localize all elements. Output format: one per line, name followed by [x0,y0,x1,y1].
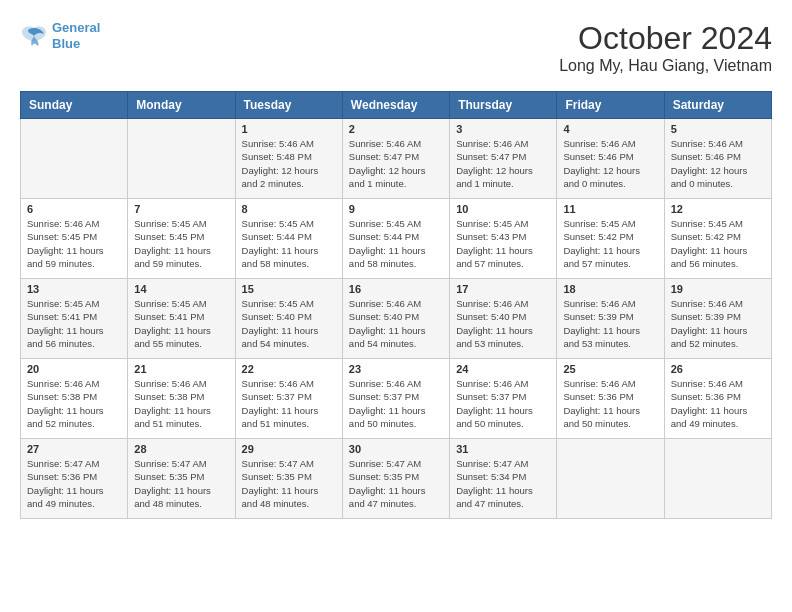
day-number: 31 [456,443,550,455]
day-info: Sunrise: 5:46 AM Sunset: 5:37 PM Dayligh… [349,377,443,430]
location-title: Long My, Hau Giang, Vietnam [559,57,772,75]
page-header: General Blue October 2024 Long My, Hau G… [20,20,772,75]
day-header-saturday: Saturday [664,92,771,119]
day-number: 9 [349,203,443,215]
day-number: 7 [134,203,228,215]
day-number: 30 [349,443,443,455]
day-number: 5 [671,123,765,135]
calendar-week-row: 20Sunrise: 5:46 AM Sunset: 5:38 PM Dayli… [21,359,772,439]
calendar-cell: 17Sunrise: 5:46 AM Sunset: 5:40 PM Dayli… [450,279,557,359]
calendar-cell: 9Sunrise: 5:45 AM Sunset: 5:44 PM Daylig… [342,199,449,279]
calendar-cell: 11Sunrise: 5:45 AM Sunset: 5:42 PM Dayli… [557,199,664,279]
calendar-cell: 6Sunrise: 5:46 AM Sunset: 5:45 PM Daylig… [21,199,128,279]
calendar-cell: 31Sunrise: 5:47 AM Sunset: 5:34 PM Dayli… [450,439,557,519]
calendar-cell: 13Sunrise: 5:45 AM Sunset: 5:41 PM Dayli… [21,279,128,359]
calendar-cell: 1Sunrise: 5:46 AM Sunset: 5:48 PM Daylig… [235,119,342,199]
day-info: Sunrise: 5:45 AM Sunset: 5:41 PM Dayligh… [27,297,121,350]
day-number: 12 [671,203,765,215]
day-number: 20 [27,363,121,375]
day-number: 22 [242,363,336,375]
calendar-week-row: 1Sunrise: 5:46 AM Sunset: 5:48 PM Daylig… [21,119,772,199]
day-number: 18 [563,283,657,295]
day-header-thursday: Thursday [450,92,557,119]
day-number: 23 [349,363,443,375]
calendar-cell: 8Sunrise: 5:45 AM Sunset: 5:44 PM Daylig… [235,199,342,279]
day-info: Sunrise: 5:46 AM Sunset: 5:48 PM Dayligh… [242,137,336,190]
day-info: Sunrise: 5:45 AM Sunset: 5:41 PM Dayligh… [134,297,228,350]
calendar-week-row: 27Sunrise: 5:47 AM Sunset: 5:36 PM Dayli… [21,439,772,519]
day-info: Sunrise: 5:46 AM Sunset: 5:36 PM Dayligh… [671,377,765,430]
calendar-cell: 10Sunrise: 5:45 AM Sunset: 5:43 PM Dayli… [450,199,557,279]
day-info: Sunrise: 5:46 AM Sunset: 5:47 PM Dayligh… [349,137,443,190]
calendar-cell: 3Sunrise: 5:46 AM Sunset: 5:47 PM Daylig… [450,119,557,199]
title-section: October 2024 Long My, Hau Giang, Vietnam [559,20,772,75]
calendar-cell: 16Sunrise: 5:46 AM Sunset: 5:40 PM Dayli… [342,279,449,359]
day-info: Sunrise: 5:47 AM Sunset: 5:35 PM Dayligh… [242,457,336,510]
calendar-cell: 4Sunrise: 5:46 AM Sunset: 5:46 PM Daylig… [557,119,664,199]
day-number: 10 [456,203,550,215]
day-number: 19 [671,283,765,295]
calendar-week-row: 13Sunrise: 5:45 AM Sunset: 5:41 PM Dayli… [21,279,772,359]
logo-icon [20,24,48,48]
day-info: Sunrise: 5:46 AM Sunset: 5:37 PM Dayligh… [456,377,550,430]
day-info: Sunrise: 5:47 AM Sunset: 5:35 PM Dayligh… [134,457,228,510]
day-number: 26 [671,363,765,375]
calendar-cell: 25Sunrise: 5:46 AM Sunset: 5:36 PM Dayli… [557,359,664,439]
calendar-cell: 14Sunrise: 5:45 AM Sunset: 5:41 PM Dayli… [128,279,235,359]
logo: General Blue [20,20,100,51]
day-number: 11 [563,203,657,215]
day-header-wednesday: Wednesday [342,92,449,119]
day-number: 28 [134,443,228,455]
calendar-cell: 26Sunrise: 5:46 AM Sunset: 5:36 PM Dayli… [664,359,771,439]
calendar-cell: 28Sunrise: 5:47 AM Sunset: 5:35 PM Dayli… [128,439,235,519]
calendar-table: SundayMondayTuesdayWednesdayThursdayFrid… [20,91,772,519]
day-info: Sunrise: 5:46 AM Sunset: 5:46 PM Dayligh… [563,137,657,190]
day-info: Sunrise: 5:45 AM Sunset: 5:45 PM Dayligh… [134,217,228,270]
day-info: Sunrise: 5:46 AM Sunset: 5:47 PM Dayligh… [456,137,550,190]
day-info: Sunrise: 5:45 AM Sunset: 5:44 PM Dayligh… [242,217,336,270]
day-info: Sunrise: 5:46 AM Sunset: 5:40 PM Dayligh… [456,297,550,350]
calendar-cell: 21Sunrise: 5:46 AM Sunset: 5:38 PM Dayli… [128,359,235,439]
calendar-week-row: 6Sunrise: 5:46 AM Sunset: 5:45 PM Daylig… [21,199,772,279]
calendar-cell: 22Sunrise: 5:46 AM Sunset: 5:37 PM Dayli… [235,359,342,439]
day-number: 15 [242,283,336,295]
calendar-cell: 12Sunrise: 5:45 AM Sunset: 5:42 PM Dayli… [664,199,771,279]
calendar-cell: 15Sunrise: 5:45 AM Sunset: 5:40 PM Dayli… [235,279,342,359]
calendar-cell [21,119,128,199]
day-number: 4 [563,123,657,135]
calendar-cell: 19Sunrise: 5:46 AM Sunset: 5:39 PM Dayli… [664,279,771,359]
day-info: Sunrise: 5:45 AM Sunset: 5:44 PM Dayligh… [349,217,443,270]
day-info: Sunrise: 5:46 AM Sunset: 5:46 PM Dayligh… [671,137,765,190]
calendar-cell: 27Sunrise: 5:47 AM Sunset: 5:36 PM Dayli… [21,439,128,519]
day-info: Sunrise: 5:46 AM Sunset: 5:40 PM Dayligh… [349,297,443,350]
calendar-cell: 18Sunrise: 5:46 AM Sunset: 5:39 PM Dayli… [557,279,664,359]
day-info: Sunrise: 5:45 AM Sunset: 5:42 PM Dayligh… [563,217,657,270]
day-number: 13 [27,283,121,295]
day-info: Sunrise: 5:45 AM Sunset: 5:40 PM Dayligh… [242,297,336,350]
day-number: 2 [349,123,443,135]
day-info: Sunrise: 5:47 AM Sunset: 5:36 PM Dayligh… [27,457,121,510]
day-number: 6 [27,203,121,215]
calendar-cell: 29Sunrise: 5:47 AM Sunset: 5:35 PM Dayli… [235,439,342,519]
calendar-cell [664,439,771,519]
day-info: Sunrise: 5:45 AM Sunset: 5:42 PM Dayligh… [671,217,765,270]
month-title: October 2024 [559,20,772,57]
calendar-header-row: SundayMondayTuesdayWednesdayThursdayFrid… [21,92,772,119]
day-number: 1 [242,123,336,135]
day-info: Sunrise: 5:45 AM Sunset: 5:43 PM Dayligh… [456,217,550,270]
day-number: 21 [134,363,228,375]
day-header-friday: Friday [557,92,664,119]
calendar-cell [557,439,664,519]
calendar-cell: 23Sunrise: 5:46 AM Sunset: 5:37 PM Dayli… [342,359,449,439]
calendar-cell: 7Sunrise: 5:45 AM Sunset: 5:45 PM Daylig… [128,199,235,279]
calendar-cell: 20Sunrise: 5:46 AM Sunset: 5:38 PM Dayli… [21,359,128,439]
day-info: Sunrise: 5:46 AM Sunset: 5:45 PM Dayligh… [27,217,121,270]
day-info: Sunrise: 5:47 AM Sunset: 5:35 PM Dayligh… [349,457,443,510]
day-number: 8 [242,203,336,215]
day-info: Sunrise: 5:46 AM Sunset: 5:38 PM Dayligh… [134,377,228,430]
day-header-sunday: Sunday [21,92,128,119]
day-number: 24 [456,363,550,375]
logo-text: General Blue [52,20,100,51]
day-info: Sunrise: 5:46 AM Sunset: 5:37 PM Dayligh… [242,377,336,430]
calendar-cell: 2Sunrise: 5:46 AM Sunset: 5:47 PM Daylig… [342,119,449,199]
